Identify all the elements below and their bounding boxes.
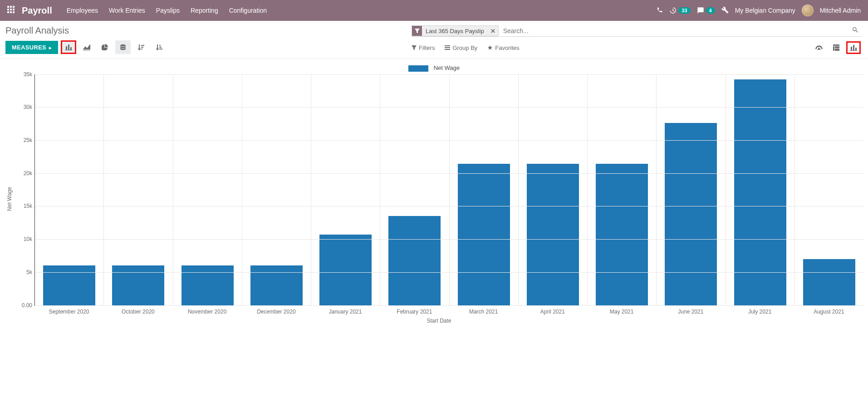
messages-badge: 4 [706, 7, 715, 14]
bar[interactable] [734, 79, 786, 305]
search-facet: Last 365 Days Payslip ✕ [412, 25, 499, 36]
gridline [35, 74, 863, 75]
bar[interactable] [665, 123, 717, 305]
y-tick: 0.00 [22, 302, 32, 309]
gridline [35, 239, 863, 240]
gridline [35, 107, 863, 108]
y-tick: 30k [24, 104, 32, 110]
x-axis-label: Start Date [15, 318, 863, 324]
legend-swatch [408, 65, 428, 72]
x-tick: December 2020 [242, 306, 311, 315]
bar-slot [311, 74, 380, 305]
search-facet-label: Last 365 Days Payslip [422, 28, 488, 34]
groupby-dropdown[interactable]: Group By [445, 44, 477, 51]
nav-configuration[interactable]: Configuration [229, 7, 267, 14]
control-panel: Payroll Analysis MEASURES [0, 21, 868, 59]
pivot-view-icon[interactable] [829, 41, 843, 54]
filter-icon [412, 26, 422, 36]
y-axis-label: Net Wage [5, 187, 15, 211]
user-avatar[interactable] [802, 5, 814, 16]
search-options: Filters Group By Favorites [412, 41, 861, 54]
svg-rect-11 [445, 47, 450, 48]
bar[interactable] [319, 235, 372, 305]
search-facet-remove[interactable]: ✕ [488, 28, 498, 34]
bar[interactable] [388, 216, 441, 305]
apps-icon[interactable] [7, 6, 15, 15]
bar[interactable] [250, 265, 303, 305]
x-tick: June 2021 [656, 306, 725, 315]
x-tick: March 2021 [449, 306, 518, 315]
svg-rect-7 [10, 11, 12, 13]
bar[interactable] [458, 164, 510, 305]
svg-rect-2 [13, 6, 15, 8]
measures-button[interactable]: MEASURES [5, 41, 58, 54]
graph-view-icon[interactable] [846, 41, 861, 54]
dashboard-view-icon[interactable] [812, 41, 826, 54]
company-switcher[interactable]: My Belgian Company [735, 7, 795, 14]
bar-slot [380, 74, 449, 305]
pie-chart-icon[interactable] [97, 40, 113, 54]
x-tick: January 2021 [311, 306, 380, 315]
nav-employees[interactable]: Employees [67, 7, 98, 14]
graph-toolbar: MEASURES [5, 40, 167, 54]
bar-slot [104, 74, 173, 305]
svg-rect-1 [10, 6, 12, 8]
svg-rect-4 [10, 9, 12, 10]
activities-badge: 33 [678, 7, 690, 14]
search-icon[interactable] [850, 26, 861, 35]
gridline [35, 272, 863, 273]
bar-slot [35, 74, 104, 305]
app-brand[interactable]: Payroll [22, 5, 52, 16]
user-name[interactable]: Mitchell Admin [820, 7, 861, 14]
nav-work-entries[interactable]: Work Entries [109, 7, 145, 14]
x-tick: September 2020 [34, 306, 103, 315]
sort-desc-icon[interactable] [133, 40, 149, 54]
legend-label: Net Wage [434, 64, 460, 71]
svg-rect-3 [7, 9, 9, 10]
nav-right: 33 4 My Belgian Company Mitchell Admin [657, 5, 861, 16]
phone-icon[interactable] [657, 7, 663, 15]
debug-icon[interactable] [721, 6, 729, 15]
bar-slot [519, 74, 588, 305]
bar[interactable] [112, 265, 164, 305]
filters-dropdown[interactable]: Filters [412, 44, 435, 51]
bar-chart-icon[interactable] [61, 40, 76, 54]
sort-asc-icon[interactable] [152, 40, 167, 54]
bar-slot [242, 74, 311, 305]
nav-reporting[interactable]: Reporting [191, 7, 218, 14]
chart-legend: Net Wage [5, 64, 863, 72]
y-tick: 20k [24, 170, 32, 177]
bar-slot [726, 74, 795, 305]
nav-menu: Employees Work Entries Payslips Reportin… [67, 7, 267, 14]
bar-slot [173, 74, 242, 305]
x-tick: August 2021 [794, 306, 863, 315]
svg-rect-12 [445, 49, 450, 50]
nav-payslips[interactable]: Payslips [156, 7, 180, 14]
x-tick: May 2021 [587, 306, 656, 315]
plot-area: 0.005k10k15k20k25k30k35k [34, 74, 863, 306]
bar-slot [795, 74, 863, 305]
search-input[interactable] [501, 25, 850, 36]
chart: Net Wage Net Wage 0.005k10k15k20k25k30k3… [0, 59, 868, 328]
activities-icon[interactable]: 33 [669, 7, 690, 14]
y-tick: 25k [24, 137, 32, 143]
line-chart-icon[interactable] [79, 40, 94, 54]
x-tick: February 2021 [380, 306, 449, 315]
bar[interactable] [527, 164, 579, 305]
messages-icon[interactable]: 4 [697, 7, 715, 14]
x-tick: November 2020 [173, 306, 242, 315]
gridline [35, 173, 863, 174]
stacked-icon[interactable] [115, 40, 131, 54]
gridline [35, 305, 863, 306]
y-tick: 35k [24, 71, 32, 78]
svg-rect-6 [7, 11, 9, 13]
bar-slot [657, 74, 726, 305]
favorites-dropdown[interactable]: Favorites [487, 44, 519, 51]
y-tick: 15k [24, 203, 32, 209]
bar[interactable] [43, 265, 95, 305]
bar[interactable] [181, 265, 234, 305]
bar[interactable] [596, 164, 648, 305]
page-title: Payroll Analysis [5, 25, 167, 36]
gridline [35, 140, 863, 141]
bar[interactable] [803, 259, 855, 305]
